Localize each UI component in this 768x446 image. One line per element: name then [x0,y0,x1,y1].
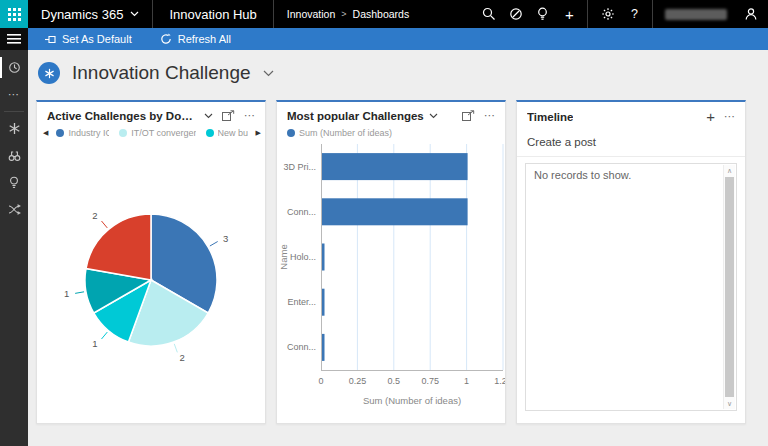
bar-Conn...[interactable] [322,198,468,225]
pie-callout-line [174,344,177,352]
pie-callout-line [102,332,108,339]
card-header: Most popular Challenges ⋯ [277,102,505,125]
scroll-up-arrow[interactable]: ∧ [724,165,735,176]
quick-create-button[interactable]: + [556,0,583,28]
command-bar: Set As Default Refresh All [28,28,768,50]
card-menu-button[interactable]: ⋯ [724,110,736,123]
y-category-label: 3D Pri... [283,162,316,172]
page-title: Innovation Challenge [72,62,251,84]
app-name[interactable]: Innovation Hub [153,0,273,28]
expand-chart-button[interactable] [222,110,235,121]
plus-icon: + [565,7,574,22]
search-icon [482,7,496,21]
card-title: Most popular Challenges [287,110,424,122]
dashboard-glyph-icon [44,68,55,79]
legend-label: New busi [218,128,248,138]
shuffle-arrows-icon [8,204,21,215]
add-post-button[interactable]: + [706,109,715,124]
cards-row: Active Challenges by Domain ⋯ ◀ [36,100,746,424]
page-header: Innovation Challenge [28,50,768,92]
pie-chart[interactable]: 32112 [37,140,265,390]
divider [4,111,24,112]
legend-scroll-right[interactable]: ▶ [256,129,261,137]
bar-Conn...[interactable] [322,334,325,361]
bar-3D Pri...[interactable] [322,153,468,180]
insights-button[interactable] [529,0,556,28]
main-content: Innovation Challenge Active Challenges b… [28,50,768,446]
settings-button[interactable] [594,0,621,28]
sidebar-more-button[interactable]: ⋯ [0,81,28,108]
sidebar-item-insights[interactable] [0,169,28,196]
chevron-down-icon[interactable] [429,113,438,119]
card-menu-button[interactable]: ⋯ [244,109,256,122]
chevron-down-icon[interactable] [204,113,213,119]
user-menu-button[interactable] [737,0,764,28]
expand-chart-button[interactable] [462,110,475,121]
pie-slice-4[interactable] [86,214,151,280]
breadcrumb: Innovation > Dashboards [287,8,409,20]
card-active-challenges: Active Challenges by Domain ⋯ ◀ [36,100,266,424]
hamburger-icon [7,34,21,44]
lightbulb-icon [8,176,20,189]
no-records-text: No records to show. [526,164,736,186]
card-header: Active Challenges by Domain ⋯ [37,102,265,125]
bar-Enter...[interactable] [322,289,325,316]
card-menu-button[interactable]: ⋯ [484,109,496,122]
set-as-default-button[interactable]: Set As Default [44,33,132,45]
menu-toggle-button[interactable] [0,28,28,50]
user-name-redacted[interactable] [665,9,727,20]
dashboard-selector-chevron-icon[interactable] [263,70,274,77]
app-launcher-button[interactable] [0,0,28,28]
guided-tasks-button[interactable] [502,0,529,28]
pie-data-label: 2 [179,352,184,363]
gear-icon [601,7,615,21]
binoculars-icon [8,149,21,162]
legend-dot [287,129,295,137]
x-tick-label: 0 [318,376,323,386]
y-category-label: Conn... [287,342,316,352]
history-clock-icon [8,61,21,74]
legend-dot [206,129,214,137]
pie-callout-line [102,221,108,228]
breadcrumb-page[interactable]: Dashboards [353,8,410,20]
sidebar-item-advanced-find[interactable] [0,142,28,169]
set-as-default-label: Set As Default [62,33,132,45]
legend-item[interactable]: New busi [206,128,248,138]
divider [652,0,653,28]
legend-item[interactable]: Industry IOT [56,128,109,138]
refresh-all-button[interactable]: Refresh All [160,33,231,45]
popout-icon [222,110,235,121]
breadcrumb-chevron: > [341,9,346,19]
brand-menu[interactable]: Dynamics 365 [41,7,139,22]
bar-Holo...[interactable] [322,244,325,271]
dashboards-icon [8,122,21,135]
recent-items-button[interactable] [0,54,28,81]
refresh-icon [160,33,172,45]
bar-legend: Sum (Number of ideas) [277,125,505,140]
bar-chart[interactable]: 00.250.50.7511.253D Pri...Conn...Holo...… [277,140,505,414]
scroll-down-arrow[interactable]: ∨ [724,398,735,409]
legend-item[interactable]: IT/OT convergence [119,128,195,138]
legend-label: IT/OT convergence [131,128,195,138]
help-button[interactable]: ? [621,0,648,28]
divider [587,0,588,28]
sidebar-item-dashboards[interactable] [0,115,28,142]
legend-scroll-left[interactable]: ◀ [43,129,48,137]
scrollbar-thumb[interactable] [725,177,734,397]
card-header: Timeline + ⋯ [517,102,745,127]
timeline-scrollbar[interactable]: ∧ ∨ [723,165,735,409]
legend-dot [119,129,127,137]
breadcrumb-section[interactable]: Innovation [287,8,335,20]
card-timeline: Timeline + ⋯ Create a post No records to… [516,100,746,424]
y-axis-title: Name [278,244,289,269]
y-category-label: Conn... [287,207,316,217]
dashboard-badge [38,62,60,84]
pin-icon [44,34,56,45]
search-button[interactable] [475,0,502,28]
legend-dot [56,129,64,137]
sidebar-item-processes[interactable] [0,196,28,223]
legend-label: Sum (Number of ideas) [299,128,392,138]
refresh-all-label: Refresh All [178,33,231,45]
waffle-icon [8,8,21,21]
create-post-field[interactable]: Create a post [517,127,745,157]
